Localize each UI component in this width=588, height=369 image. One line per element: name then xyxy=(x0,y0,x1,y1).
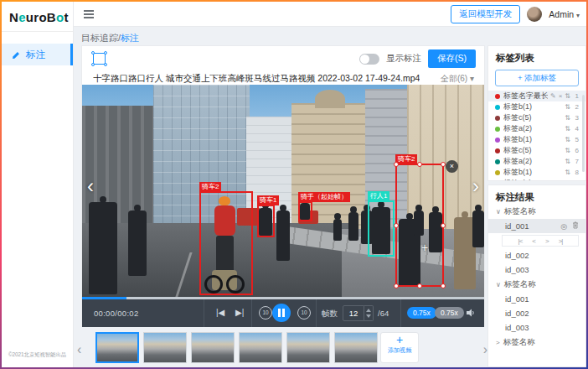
tag-row[interactable]: 标签a(2) ⇅ 7 xyxy=(488,156,585,167)
breadcrumb-parent[interactable]: 目标追踪 xyxy=(81,33,118,43)
result-group-header[interactable]: ∨ 标签名称 xyxy=(488,277,585,292)
forward-10-button[interactable]: 10 xyxy=(297,306,311,320)
save-button[interactable]: 保存(S) xyxy=(428,49,476,68)
result-group-header-collapsed[interactable]: > 标签名称 xyxy=(488,335,585,350)
resize-handle[interactable] xyxy=(441,283,446,288)
breadcrumb: 目标追踪/标注 xyxy=(81,32,139,44)
bounding-box-tool-icon[interactable] xyxy=(93,53,106,65)
tag-color-dot xyxy=(495,170,500,175)
annotation-box-cyclist1[interactable]: 骑车1 xyxy=(257,205,275,237)
prev-frame-icon[interactable]: < xyxy=(532,237,535,245)
annotation-box-pedestrian1[interactable]: 行人1 xyxy=(368,200,395,257)
video-thumbnail[interactable] xyxy=(239,332,282,363)
next-frame-icon[interactable]: > xyxy=(545,237,549,245)
sort-tag-icon[interactable]: ⇅ xyxy=(565,136,570,143)
sort-tag-icon[interactable]: ⇅ xyxy=(565,158,570,165)
prev-video-chevron[interactable]: ‹ xyxy=(84,175,97,199)
annotation-label: 骑车2 xyxy=(199,182,221,192)
sort-tag-icon[interactable]: ⇅ xyxy=(565,169,570,176)
delete-tag-icon[interactable]: × xyxy=(559,92,563,100)
frame-pager: |< < > >| xyxy=(502,235,579,247)
sort-tag-icon[interactable]: ⇅ xyxy=(565,125,570,133)
add-video-button[interactable]: + 添加视频 xyxy=(380,332,419,363)
tag-row[interactable]: 标签名字最长数... ✎ × ⇅ 1 xyxy=(488,91,585,101)
sort-tag-icon[interactable]: ⇅ xyxy=(565,147,570,154)
rewind-10-button[interactable]: 10 xyxy=(259,306,272,320)
player-controls: 00:00/00:02 |◀ ▶| 10 10 帧数 /64 0.75x 0.7… xyxy=(82,299,484,327)
result-item[interactable]: id_002 xyxy=(488,248,585,262)
tag-row[interactable]: 标签c(5) ⇅ 9 xyxy=(488,178,585,181)
annotation-box-rider-start[interactable]: 骑手（起始帧） xyxy=(298,201,312,221)
annotation-box-selected[interactable]: 骑车2 xyxy=(395,164,444,287)
resize-handle[interactable] xyxy=(417,283,422,288)
chevron-open-icon: ∨ xyxy=(496,208,501,216)
sort-tag-icon[interactable]: ⇅ xyxy=(565,114,570,122)
resize-handle[interactable] xyxy=(394,283,399,288)
resize-handle[interactable] xyxy=(394,223,399,228)
sort-tag-icon[interactable]: ⇅ xyxy=(565,103,570,111)
sidebar-item-annotate[interactable]: 标注 xyxy=(2,44,73,65)
pause-button[interactable] xyxy=(272,304,291,322)
tag-color-dot xyxy=(495,116,500,121)
video-thumbnail[interactable] xyxy=(334,332,378,363)
video-thumbnail-selected[interactable] xyxy=(95,332,139,363)
sort-tag-icon[interactable]: ⇅ xyxy=(565,92,570,100)
result-item[interactable]: id_001 xyxy=(488,292,585,306)
tag-row[interactable]: 标签c(5) ⇅ 6 xyxy=(488,145,585,156)
strip-scroll-left[interactable]: ‹ xyxy=(77,342,81,357)
first-frame-icon[interactable]: |< xyxy=(518,237,523,245)
delete-box-button[interactable]: × xyxy=(446,160,458,173)
scrollbar[interactable] xyxy=(582,95,585,172)
frame-stepper[interactable] xyxy=(364,305,374,321)
video-thumbnail[interactable] xyxy=(191,332,235,363)
result-item-id: id_002 xyxy=(505,309,529,318)
trash-icon[interactable] xyxy=(572,221,579,231)
add-tag-button[interactable]: + 添加标签 xyxy=(495,70,579,86)
resize-handle[interactable] xyxy=(441,223,446,228)
tag-row[interactable]: 标签a(2) ⇅ 4 xyxy=(488,123,585,134)
tag-row[interactable]: 标签b(1) ⇅ 2 xyxy=(488,101,585,112)
user-menu[interactable]: Admin ▾ xyxy=(549,9,580,19)
tag-order: 9 xyxy=(573,179,579,181)
speed-button-active[interactable]: 0.75x xyxy=(407,307,436,319)
video-thumbnail[interactable] xyxy=(286,332,330,363)
locate-icon[interactable]: ◎ xyxy=(560,222,567,231)
speed-button[interactable]: 0.75x xyxy=(435,307,464,319)
tag-row[interactable]: 标签b(1) ⇅ 5 xyxy=(488,134,585,145)
copyright-text: ©2021北京矩视智能出品 xyxy=(5,351,70,359)
video-thumbnail[interactable] xyxy=(143,332,187,363)
result-group-name: 标签名称 xyxy=(503,337,535,348)
edit-tag-icon[interactable]: ✎ xyxy=(550,92,556,100)
frame-number-input[interactable] xyxy=(343,305,364,321)
result-group-header[interactable]: ∨ 标签名称 xyxy=(488,204,585,219)
collapse-menu-icon[interactable] xyxy=(84,10,94,18)
sort-tag-icon[interactable]: ⇅ xyxy=(565,179,570,181)
volume-icon[interactable] xyxy=(466,308,476,320)
tag-row[interactable]: 标签b(1) ⇅ 8 xyxy=(488,167,585,178)
tag-name: 标签a(2) xyxy=(503,156,562,167)
next-frame-button[interactable]: ▶| xyxy=(235,308,244,317)
annotation-box-cyclist2[interactable]: 骑车2 xyxy=(199,191,253,295)
show-annotation-toggle[interactable] xyxy=(359,54,379,65)
result-item[interactable]: id_003 xyxy=(488,320,585,335)
chevron-down-icon: ▾ xyxy=(470,74,474,83)
user-avatar[interactable] xyxy=(527,7,542,22)
user-name: Admin xyxy=(549,9,574,19)
resize-handle[interactable] xyxy=(417,162,422,167)
tag-row[interactable]: 标签c(5) ⇅ 3 xyxy=(488,112,585,123)
filter-dropdown[interactable]: 全部(6) ▾ xyxy=(441,73,474,85)
last-frame-icon[interactable]: >| xyxy=(559,237,563,245)
result-item-selected[interactable]: id_001 ◎ xyxy=(488,219,585,233)
tag-name: 标签c(5) xyxy=(503,112,562,123)
next-video-chevron[interactable]: › xyxy=(469,175,482,199)
annotation-label: 骑手（起始帧） xyxy=(298,192,350,202)
back-to-model-dev-button[interactable]: 返回模型开发 xyxy=(451,5,520,23)
prev-frame-button[interactable]: |◀ xyxy=(216,308,224,317)
result-item-id: id_003 xyxy=(505,323,529,332)
result-item[interactable]: id_003 xyxy=(488,262,585,277)
result-item[interactable]: id_002 xyxy=(488,306,585,320)
topbar: 返回模型开发 Admin ▾ xyxy=(74,2,586,27)
video-canvas[interactable]: 骑车2 骑车1 骑手（起始帧） 行人1 骑车2 × + ‹ › xyxy=(82,85,484,297)
resize-handle[interactable] xyxy=(394,162,399,167)
filter-label: 全部(6) xyxy=(441,74,467,83)
